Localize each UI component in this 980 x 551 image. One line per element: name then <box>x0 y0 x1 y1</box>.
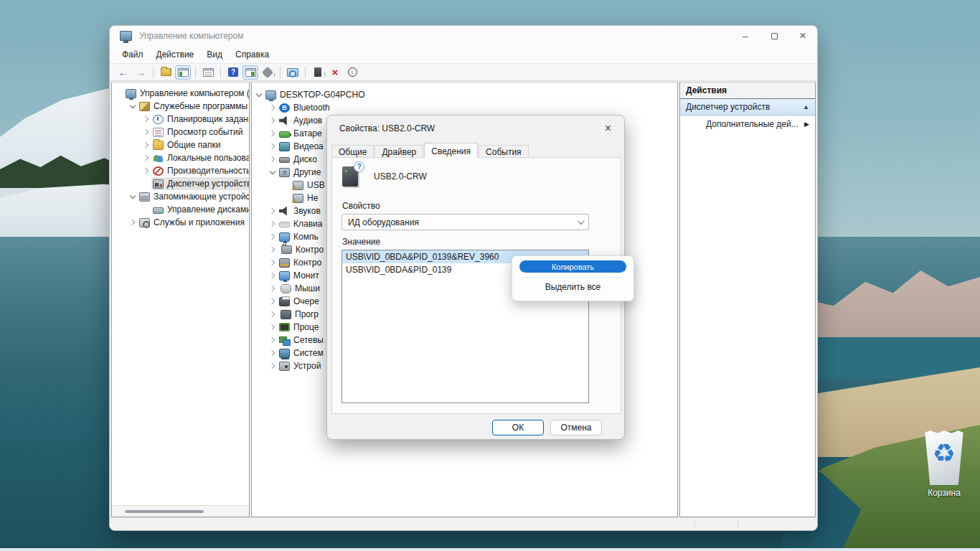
console-tree-item[interactable]: Просмотр событий <box>112 126 249 138</box>
console-tree-item[interactable]: Службы и приложения <box>112 216 249 229</box>
chevron-collapsed-icon[interactable] <box>267 325 278 329</box>
console-tree-item-label: Диспетчер устройств <box>167 178 250 189</box>
property-dropdown[interactable]: ИД оборудования <box>341 214 589 230</box>
console-tree-item[interactable]: Производительность <box>112 164 249 177</box>
chevron-collapsed-icon[interactable] <box>267 235 278 239</box>
chevron-collapsed-icon[interactable] <box>267 273 278 278</box>
chevron-collapsed-icon[interactable] <box>267 209 278 213</box>
device-tree-item-body: Клавиа <box>278 217 325 230</box>
cancel-button[interactable]: Отмена <box>550 420 602 435</box>
tab-события[interactable]: События <box>479 145 529 158</box>
forward-button[interactable]: → <box>133 65 149 80</box>
device-tree-item[interactable]: BBluetooth <box>252 101 677 114</box>
maximize-button[interactable] <box>760 26 788 46</box>
device-tree-item-label: Клавиа <box>293 218 322 230</box>
chevron-expanded-icon[interactable] <box>267 171 278 174</box>
collapse-icon[interactable]: ▲ <box>803 103 809 110</box>
horizontal-scrollbar[interactable] <box>112 505 249 517</box>
chevron-collapsed-icon[interactable] <box>141 130 151 134</box>
chevron-collapsed-icon[interactable] <box>267 299 278 303</box>
update-driver-button[interactable] <box>310 65 326 80</box>
console-tree-item[interactable]: Локальные пользовате <box>112 151 249 164</box>
chevron-collapsed-icon[interactable] <box>267 157 278 161</box>
console-tree-item-body: Управление дисками <box>151 203 250 216</box>
console-tree-item[interactable]: Управление дисками <box>112 203 249 216</box>
console-tree-toggle-button[interactable] <box>175 65 191 80</box>
menu-item-3[interactable]: Вид <box>200 47 229 62</box>
kbd-icon <box>279 222 290 227</box>
recycle-bin[interactable]: ♻ Корзина <box>918 430 970 498</box>
device-tree-item-label: Сетевы <box>293 334 324 346</box>
console-tree-item[interactable]: Служебные программы <box>112 100 249 113</box>
device-tree-item-label: Звуков <box>293 205 321 217</box>
chevron-collapsed-icon[interactable] <box>267 144 278 149</box>
chevron-expanded-icon[interactable] <box>253 93 264 96</box>
context-menu-item-2[interactable]: Выделить все <box>512 279 633 295</box>
scrollbar-thumb[interactable] <box>125 510 204 513</box>
chevron-collapsed-icon[interactable] <box>267 248 278 252</box>
device-tree-item-body: Не <box>291 192 321 204</box>
help-button[interactable]: ? <box>225 65 241 80</box>
chevron-collapsed-icon[interactable] <box>267 260 278 265</box>
chevron-collapsed-icon[interactable] <box>267 351 278 355</box>
export-list-button[interactable] <box>158 65 174 80</box>
chevron-expanded-icon[interactable] <box>127 195 138 198</box>
chevron-down-icon <box>578 217 585 225</box>
device-tree-item[interactable]: DESKTOP-G04PCHO <box>252 88 677 101</box>
chevron-collapsed-icon[interactable] <box>127 220 138 225</box>
chevron-collapsed-icon[interactable] <box>267 364 278 368</box>
toolbar-separator <box>280 67 281 78</box>
console-tree-item[interactable]: Планировщик заданий <box>112 113 249 126</box>
uninstall-device-button[interactable]: × <box>327 65 343 80</box>
menu-item-2[interactable]: Действие <box>150 47 201 62</box>
chevron-collapsed-icon[interactable] <box>141 169 151 173</box>
minimize-button[interactable]: – <box>731 26 760 46</box>
chevron-collapsed-icon[interactable] <box>267 286 278 291</box>
remote-connect-button[interactable] <box>285 65 301 80</box>
tab-сведения[interactable]: Сведения <box>424 143 478 158</box>
device-tree-item-label: Прогр <box>295 309 319 320</box>
console-tree-item-body: Локальные пользовате <box>151 151 250 164</box>
console-tree-item[interactable]: Управление компьютером (л <box>112 87 249 100</box>
ok-button[interactable]: ОК <box>492 420 544 435</box>
tab-общие[interactable]: Общие <box>331 145 374 158</box>
tab-драйвер[interactable]: Драйвер <box>374 145 423 158</box>
properties-button[interactable] <box>200 65 216 80</box>
chevron-collapsed-icon[interactable] <box>267 312 278 316</box>
properties-icon <box>203 68 214 77</box>
titlebar[interactable]: Управление компьютером – × <box>110 26 817 46</box>
tools-icon <box>139 102 150 111</box>
dialog-close-button[interactable]: × <box>600 123 616 133</box>
menu-item-4[interactable]: Справка <box>229 47 275 62</box>
context-menu-item-1[interactable]: Копировать <box>519 260 626 273</box>
mouse-icon <box>281 284 291 293</box>
chevron-collapsed-icon[interactable] <box>141 143 151 147</box>
perf-icon <box>153 166 164 176</box>
action-pane-toggle-button[interactable] <box>242 65 258 80</box>
chevron-collapsed-icon[interactable] <box>141 117 151 121</box>
device-tree-item-body: Монит <box>278 269 322 282</box>
chevron-collapsed-icon[interactable] <box>141 156 151 160</box>
console-tree-item-label: Управление дисками <box>167 204 250 215</box>
close-button[interactable]: × <box>788 26 817 46</box>
chevron-collapsed-icon[interactable] <box>267 118 278 123</box>
console-tree-item[interactable]: Запоминающие устройст <box>112 190 249 203</box>
chevron-collapsed-icon[interactable] <box>267 222 278 226</box>
actions-item-more[interactable]: Дополнительные дей... ▶ <box>680 116 815 133</box>
device-tree-item-label: Другие <box>293 166 321 178</box>
update-settings-button[interactable] <box>260 65 275 80</box>
disk-icon <box>279 157 290 163</box>
device-tree-item-body: Компь <box>278 230 321 243</box>
console-tree-item[interactable]: Диспетчер устройств <box>112 177 249 190</box>
console-tree-item[interactable]: Общие папки <box>112 138 249 151</box>
disable-device-button[interactable]: ↓ <box>344 65 360 80</box>
chevron-expanded-icon[interactable] <box>127 105 138 108</box>
back-button[interactable]: ← <box>116 65 131 80</box>
actions-group-device-manager[interactable]: Диспетчер устройств ▲ <box>680 99 815 116</box>
cpu-icon <box>279 323 290 331</box>
chevron-collapsed-icon[interactable] <box>267 338 278 342</box>
menu-item-1[interactable]: Файл <box>116 47 150 62</box>
chevron-collapsed-icon[interactable] <box>267 105 278 110</box>
chevron-collapsed-icon[interactable] <box>267 131 278 136</box>
dialog-titlebar[interactable]: Свойства: USB2.0-CRW × <box>327 116 624 143</box>
